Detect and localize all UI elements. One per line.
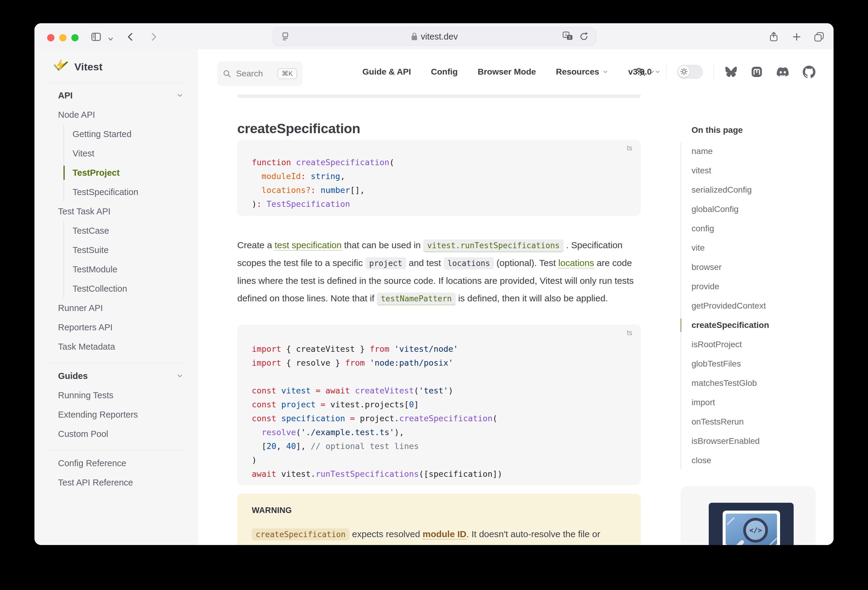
toc-item-matchestestglob[interactable]: matchesTestGlob (691, 374, 769, 393)
nav-dropdown-resources[interactable]: Resources (556, 67, 608, 77)
sidebar-item-testmodule[interactable]: TestModule (64, 260, 198, 279)
sun-icon (678, 66, 690, 77)
inline-code: project (365, 257, 406, 269)
toc-item-getprovidedcontext[interactable]: getProvidedContext (691, 296, 769, 316)
sidebar-item-testcollection[interactable]: TestCollection (64, 279, 198, 298)
tab-overview-icon[interactable] (813, 31, 824, 42)
chevron-down-icon (176, 92, 183, 99)
sidebar-item-label: Getting Started (72, 129, 131, 139)
theme-toggle[interactable] (677, 65, 703, 79)
code-search-icon: </> (743, 518, 768, 543)
section-divider (48, 450, 184, 450)
chevron-down-icon (649, 69, 655, 75)
code-line: ) (252, 453, 626, 467)
share-icon[interactable] (768, 31, 779, 42)
minimize-window-button[interactable] (59, 34, 66, 41)
sidebar-toggle-icon[interactable] (91, 31, 102, 42)
inline-link[interactable]: testNamePattern (377, 293, 456, 305)
toc-item-provide[interactable]: provide (691, 277, 769, 296)
sidebar-item-testproject[interactable]: TestProject (64, 163, 198, 182)
reload-icon[interactable] (579, 31, 589, 42)
aside-track (681, 142, 681, 469)
browser-window: vitest.dev A 文 (34, 23, 834, 545)
mastodon-icon[interactable] (751, 66, 763, 78)
vitest-logo[interactable]: Vitest (34, 49, 198, 76)
nav-link-guideapi[interactable]: Guide & API (362, 67, 411, 77)
page-title: createSpecification (237, 121, 360, 137)
lock-icon (411, 32, 418, 41)
forward-icon[interactable] (148, 31, 159, 42)
toc-item-config[interactable]: config (691, 219, 769, 238)
nav-link-config[interactable]: Config (431, 67, 458, 77)
toc-item-browser[interactable]: browser (691, 257, 769, 277)
toc-item-isrootproject[interactable]: isRootProject (691, 335, 769, 354)
inline-link[interactable]: test specification (275, 240, 341, 251)
translate-badge-icon[interactable]: A 文 (562, 31, 573, 42)
text: and test (406, 258, 443, 268)
code-line (252, 370, 626, 384)
toc-item-globtestfiles[interactable]: globTestFiles (691, 354, 769, 374)
text: (optional). Test (494, 258, 558, 268)
sidebar-item-nodeapi[interactable]: Node API (34, 105, 198, 124)
github-icon[interactable] (803, 66, 815, 78)
search-input[interactable]: Search ⌘K (217, 61, 303, 86)
search-icon (223, 69, 231, 78)
toc-item-globalconfig[interactable]: globalConfig (691, 200, 769, 219)
code-lang-label: ts (627, 329, 632, 337)
sidebar-section-guides[interactable]: Guides (34, 366, 198, 385)
toc-item-vitest[interactable]: vitest (691, 161, 769, 180)
discord-icon[interactable] (776, 66, 790, 78)
toc-item-ontestsrerun[interactable]: onTestsRerun (691, 412, 769, 431)
warning-title: WARNING (252, 506, 626, 515)
close-window-button[interactable] (47, 34, 55, 41)
sidebar-item-label: TestCase (72, 226, 109, 236)
text: is defined, then it will also be applied… (456, 293, 608, 303)
sponsor-card[interactable]: </> (681, 486, 816, 545)
toc-item-vite[interactable]: vite (691, 238, 769, 257)
toc-item-createspecification[interactable]: createSpecification (691, 316, 769, 335)
nav-link-browsermode[interactable]: Browser Mode (478, 67, 536, 77)
sidebar-item-gettingstarted[interactable]: Getting Started (64, 124, 198, 144)
sidebar-item-testspecification[interactable]: TestSpecification (64, 182, 198, 202)
code-line: ): TestSpecification (252, 197, 626, 211)
sidebar-item-runningtests[interactable]: Running Tests (34, 385, 198, 405)
nav-links: Guide & APIConfigBrowser ModeResourcesv3… (362, 49, 661, 94)
sidebar: Vitest APINode APIGetting StartedVitestT… (34, 49, 198, 545)
sidebar-item-configreference[interactable]: Config Reference (34, 453, 198, 473)
language-menu[interactable] (635, 67, 655, 77)
inline-link[interactable]: module ID (422, 529, 466, 540)
new-tab-icon[interactable] (791, 31, 802, 42)
page-content: createSpecification ts function createSp… (198, 94, 834, 545)
sidebar-section-title: API (58, 91, 72, 100)
sidebar-item-testcase[interactable]: TestCase (64, 221, 198, 240)
toc-item-import[interactable]: import (691, 393, 769, 412)
zoom-window-button[interactable] (71, 34, 78, 41)
toc-item-isbrowserenabled[interactable]: isBrowserEnabled (691, 431, 769, 451)
svg-text:文: 文 (568, 35, 571, 39)
on-this-page-list: namevitestserializedConfigglobalConfigco… (691, 141, 769, 470)
toc-item-serializedconfig[interactable]: serializedConfig (691, 180, 769, 200)
on-this-page-title: On this page (691, 125, 743, 135)
toc-item-name[interactable]: name (691, 141, 769, 161)
sidebar-item-testsuite[interactable]: TestSuite (64, 240, 198, 260)
sidebar-item-testapireference[interactable]: Test API Reference (34, 473, 198, 492)
bluesky-icon[interactable] (725, 66, 737, 78)
inline-code: locations (444, 257, 494, 269)
toc-item-close[interactable]: close (691, 451, 769, 470)
back-icon[interactable] (125, 31, 136, 42)
inline-link[interactable]: locations (558, 258, 594, 268)
text: expects resolved (349, 529, 422, 539)
sidebar-item-extendingreporters[interactable]: Extending Reporters (34, 405, 198, 424)
address-bar[interactable]: vitest.dev A 文 (273, 28, 596, 46)
sidebar-item-label: Vitest (72, 149, 94, 159)
sidebar-item-testtaskapi[interactable]: Test Task API (34, 202, 198, 221)
sidebar-item-reportersapi[interactable]: Reporters API (34, 318, 198, 337)
text: that can be used in (341, 240, 423, 250)
sidebar-item-runnerapi[interactable]: Runner API (34, 298, 198, 318)
chevron-down-icon[interactable] (107, 34, 114, 44)
sidebar-item-taskmetadata[interactable]: Task Metadata (34, 337, 198, 356)
sidebar-item-custompool[interactable]: Custom Pool (34, 424, 198, 444)
inline-link[interactable]: vitest.runTestSpecifications (423, 240, 563, 252)
sidebar-section-api[interactable]: API (34, 86, 198, 105)
sidebar-item-vitest[interactable]: Vitest (64, 144, 198, 163)
